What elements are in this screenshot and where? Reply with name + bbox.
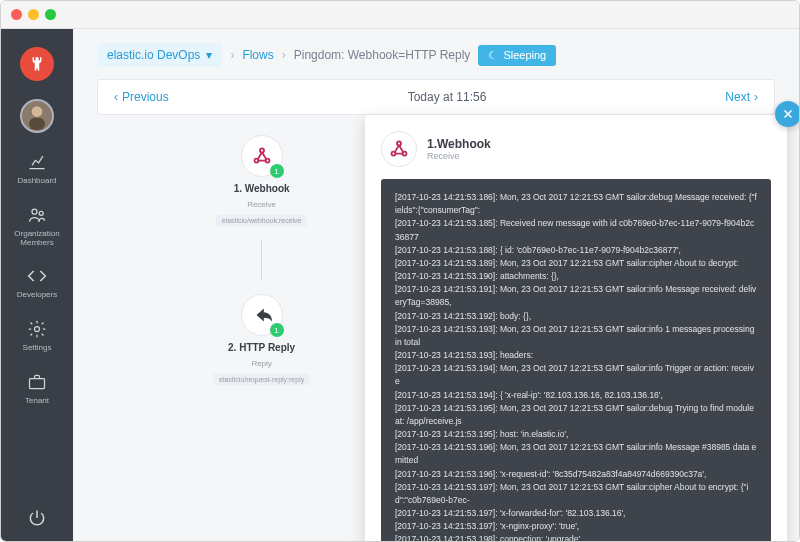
node-title: 1. Webhook (234, 183, 290, 194)
log-line: [2017-10-23 14:21:53.195]: Mon, 23 Oct 2… (395, 402, 757, 428)
log-line: [2017-10-23 14:21:53.185]: Received new … (395, 217, 757, 243)
node-tag: elasticio/webhook:receive (216, 215, 308, 226)
chevron-right-icon: › (230, 48, 234, 62)
titlebar (1, 1, 799, 29)
power-icon (26, 507, 48, 529)
sidebar-label: Dashboard (17, 177, 56, 186)
count-badge: 1 (270, 164, 284, 178)
log-line: [2017-10-23 14:21:53.197]: 'x-forwarded-… (395, 507, 757, 520)
sidebar-item-settings[interactable]: Settings (1, 310, 73, 361)
log-line: [2017-10-23 14:21:53.189]: Mon, 23 Oct 2… (395, 257, 757, 270)
main-content: elastic.io DevOps ▾ › Flows › Pingdom: W… (73, 29, 799, 542)
log-line: [2017-10-23 14:21:53.190]: attachments: … (395, 270, 757, 283)
flow-canvas: 1 1. Webhook Receive elasticio/webhook:r… (73, 115, 799, 542)
status-badge-sleeping[interactable]: ☾ Sleeping (478, 45, 556, 66)
node-subtitle: Reply (251, 359, 271, 368)
svg-point-2 (32, 209, 37, 214)
sidebar-label: Developers (17, 291, 57, 300)
sidebar-item-tenant[interactable]: Tenant (1, 363, 73, 414)
svg-point-3 (39, 211, 43, 215)
chevron-down-icon: ▾ (206, 48, 212, 62)
time-navigation: ‹ Previous Today at 11:56 Next › (97, 79, 775, 115)
sidebar-label: Tenant (25, 397, 49, 406)
log-line: [2017-10-23 14:21:53.193]: Mon, 23 Oct 2… (395, 323, 757, 349)
next-label: Next (725, 90, 750, 104)
node-subtitle: Receive (247, 200, 276, 209)
panel-header: 1.Webhook Receive (381, 131, 771, 167)
app-window: Dashboard Organization Members Developer… (0, 0, 800, 542)
node-tag: elasticio/request-reply:reply (213, 374, 310, 385)
log-line: [2017-10-23 14:21:53.196]: Mon, 23 Oct 2… (395, 441, 757, 467)
sidebar-item-org-members[interactable]: Organization Members (1, 196, 73, 256)
svg-rect-5 (30, 379, 45, 389)
previous-button[interactable]: ‹ Previous (114, 90, 169, 104)
minimize-window[interactable] (28, 9, 39, 20)
app-logo[interactable] (1, 39, 73, 89)
svg-point-0 (32, 106, 43, 117)
connector (261, 240, 262, 280)
code-icon (26, 265, 48, 287)
svg-point-9 (397, 141, 401, 145)
panel-subtitle: Receive (427, 151, 491, 161)
plug-icon (20, 47, 54, 81)
log-line: [2017-10-23 14:21:53.197]: Mon, 23 Oct 2… (395, 481, 757, 507)
briefcase-icon (26, 371, 48, 393)
svg-point-6 (260, 148, 264, 152)
node-title: 2. HTTP Reply (228, 342, 295, 353)
org-selector[interactable]: elastic.io DevOps ▾ (97, 43, 222, 67)
chevron-right-icon: › (282, 48, 286, 62)
sidebar-item-developers[interactable]: Developers (1, 257, 73, 308)
panel-title: 1.Webhook (427, 137, 491, 151)
log-line: [2017-10-23 14:21:53.195]: host: 'in.ela… (395, 428, 757, 441)
next-button[interactable]: Next › (725, 90, 758, 104)
close-window[interactable] (11, 9, 22, 20)
org-name: elastic.io DevOps (107, 48, 200, 62)
log-line: [2017-10-23 14:21:53.198]: connection: '… (395, 533, 757, 542)
sidebar-label: Settings (23, 344, 52, 353)
avatar-image (20, 99, 54, 133)
moon-icon: ☾ (488, 49, 498, 62)
svg-rect-1 (29, 118, 45, 130)
log-output[interactable]: [2017-10-23 14:21:53.186]: Mon, 23 Oct 2… (381, 179, 771, 542)
breadcrumb-flow-name: Pingdom: Webhook=HTTP Reply (294, 48, 471, 62)
log-line: [2017-10-23 14:21:53.196]: 'x-request-id… (395, 468, 757, 481)
breadcrumb: elastic.io DevOps ▾ › Flows › Pingdom: W… (73, 29, 799, 79)
log-panel: 1.Webhook Receive [2017-10-23 14:21:53.1… (365, 115, 787, 542)
log-line: [2017-10-23 14:21:53.194]: Mon, 23 Oct 2… (395, 362, 757, 388)
close-panel-button[interactable] (775, 101, 799, 127)
webhook-icon (381, 131, 417, 167)
sidebar-label: Organization Members (14, 230, 59, 248)
breadcrumb-flows[interactable]: Flows (242, 48, 273, 62)
sidebar-item-power[interactable] (1, 499, 73, 542)
users-icon (26, 204, 48, 226)
chevron-left-icon: ‹ (114, 90, 118, 104)
log-line: [2017-10-23 14:21:53.193]: headers: (395, 349, 757, 362)
flow-diagram: 1 1. Webhook Receive elasticio/webhook:r… (213, 135, 310, 385)
webhook-node-icon[interactable]: 1 (241, 135, 283, 177)
chevron-right-icon: › (754, 90, 758, 104)
chart-icon (26, 151, 48, 173)
user-avatar[interactable] (1, 91, 73, 141)
timestamp-label: Today at 11:56 (408, 90, 487, 104)
count-badge: 1 (270, 323, 284, 337)
maximize-window[interactable] (45, 9, 56, 20)
log-line: [2017-10-23 14:21:53.194]: { 'x-real-ip'… (395, 389, 757, 402)
log-line: [2017-10-23 14:21:53.192]: body: {}, (395, 310, 757, 323)
log-line: [2017-10-23 14:21:53.191]: Mon, 23 Oct 2… (395, 283, 757, 309)
http-reply-node-icon[interactable]: 1 (241, 294, 283, 336)
status-label: Sleeping (503, 49, 546, 61)
log-line: [2017-10-23 14:21:53.186]: Mon, 23 Oct 2… (395, 191, 757, 217)
sidebar: Dashboard Organization Members Developer… (1, 29, 73, 542)
log-line: [2017-10-23 14:21:53.197]: 'x-nginx-prox… (395, 520, 757, 533)
prev-label: Previous (122, 90, 169, 104)
gear-icon (26, 318, 48, 340)
svg-point-4 (35, 327, 40, 332)
sidebar-item-dashboard[interactable]: Dashboard (1, 143, 73, 194)
log-line: [2017-10-23 14:21:53.188]: { id: 'c0b769… (395, 244, 757, 257)
